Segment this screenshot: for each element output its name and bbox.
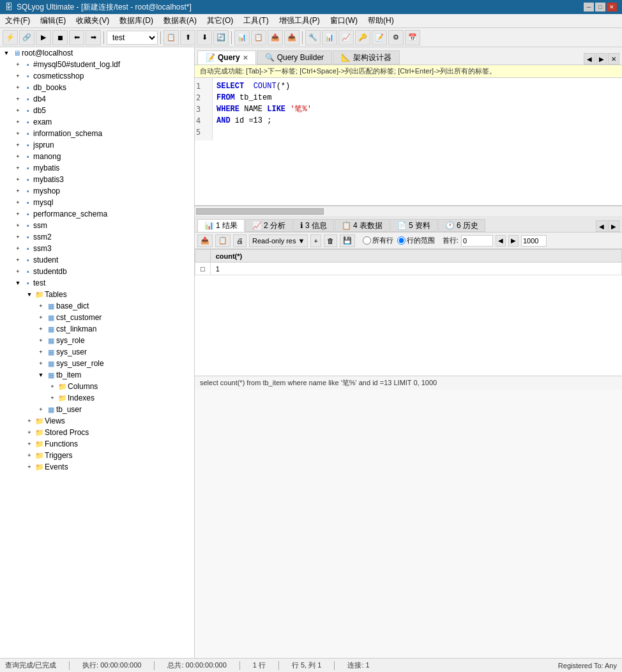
toolbar-btn-2[interactable]: 🔗 bbox=[19, 30, 34, 45]
toolbar-btn-11[interactable]: 📊 bbox=[234, 30, 250, 45]
tab-schema-designer[interactable]: 📐 架构设计器 bbox=[333, 50, 400, 65]
tree-db-ssm[interactable]: + ▪ ssm bbox=[11, 220, 194, 231]
toggle-student[interactable]: + bbox=[13, 255, 23, 265]
toolbar-btn-3[interactable]: ▶ bbox=[36, 30, 51, 45]
tree-table-sys-user[interactable]: + ▦ sys_user bbox=[34, 346, 194, 358]
toggle-test[interactable]: ▼ bbox=[13, 278, 23, 288]
toggle-mybatis[interactable]: + bbox=[13, 163, 23, 173]
toolbar-btn-17[interactable]: 📈 bbox=[338, 30, 354, 45]
toggle-db5[interactable]: + bbox=[13, 105, 23, 116]
toggle-studentdb[interactable]: + bbox=[13, 266, 23, 277]
toggle-events[interactable]: + bbox=[24, 462, 34, 472]
toggle-db-books[interactable]: + bbox=[13, 82, 23, 93]
toolbar-btn-4[interactable]: ⏹ bbox=[52, 30, 68, 45]
tree-db-ssm3[interactable]: + ▪ ssm3 bbox=[11, 243, 194, 254]
toolbar-btn-18[interactable]: 🔑 bbox=[355, 30, 370, 45]
tree-db-db4[interactable]: + ▪ db4 bbox=[11, 93, 194, 105]
toggle-functions[interactable]: + bbox=[24, 439, 34, 449]
minimize-button[interactable]: ─ bbox=[584, 3, 594, 11]
tree-db-test[interactable]: ▼ ▪ test bbox=[11, 277, 194, 289]
toggle-ssm[interactable]: + bbox=[13, 220, 23, 231]
result-readonly-btn[interactable]: Read-only res ▼ bbox=[249, 234, 308, 247]
tree-table-tb-user[interactable]: + ▦ tb_user bbox=[34, 404, 194, 415]
result-add-btn[interactable]: + bbox=[310, 234, 321, 247]
toolbar-btn-21[interactable]: 📅 bbox=[405, 30, 420, 45]
toggle-sys-role[interactable]: + bbox=[36, 335, 46, 346]
toggle-views[interactable]: + bbox=[24, 416, 34, 426]
toolbar-btn-20[interactable]: ⚙ bbox=[388, 30, 404, 45]
tree-triggers-folder[interactable]: + 📁 Triggers bbox=[23, 450, 194, 461]
tree-views-folder[interactable]: + 📁 Views bbox=[23, 415, 194, 427]
tab-result-2[interactable]: 📈 2 分析 bbox=[245, 219, 292, 232]
tab-result-1[interactable]: 📊 1 结果 bbox=[197, 219, 245, 232]
menu-window[interactable]: 窗口(W) bbox=[325, 14, 363, 27]
close-button[interactable]: ✕ bbox=[607, 3, 617, 11]
editor-hscrollbar[interactable] bbox=[195, 206, 622, 216]
tree-table-sys-role[interactable]: + ▦ sys_role bbox=[34, 335, 194, 346]
tree-db-myshop[interactable]: + ▪ myshop bbox=[11, 185, 194, 197]
radio-range-rows[interactable]: 行的范围 bbox=[397, 236, 435, 245]
tree-indexes-folder[interactable]: + 📁 Indexes bbox=[46, 392, 194, 404]
result-copy-btn[interactable]: 📋 bbox=[215, 234, 231, 247]
result-export-btn[interactable]: 📤 bbox=[197, 234, 213, 247]
tree-db-ssm2[interactable]: + ▪ ssm2 bbox=[11, 231, 194, 243]
toolbar-btn-1[interactable]: ⚡ bbox=[3, 30, 18, 45]
toolbar-btn-10[interactable]: 🔄 bbox=[213, 30, 229, 45]
hscrollbar-thumb[interactable] bbox=[196, 208, 324, 215]
toggle-exam[interactable]: + bbox=[13, 117, 23, 127]
menu-favorites[interactable]: 收藏夹(V) bbox=[71, 14, 114, 27]
toggle-tables[interactable]: ▼ bbox=[24, 289, 34, 300]
tree-table-cst-customer[interactable]: + ▦ cst_customer bbox=[34, 312, 194, 323]
result-save-btn[interactable]: 💾 bbox=[340, 234, 355, 247]
toggle-jsprun[interactable]: + bbox=[13, 140, 23, 150]
tab-query-close[interactable]: ✕ bbox=[243, 54, 248, 61]
tree-db-mybatis[interactable]: + ▪ mybatis bbox=[11, 162, 194, 174]
tree-db-student[interactable]: + ▪ student bbox=[11, 254, 194, 266]
radio-all-rows[interactable]: 所有行 bbox=[363, 236, 393, 245]
menu-advanced[interactable]: 增强工具(P) bbox=[274, 14, 325, 27]
tree-db-studentdb[interactable]: + ▪ studentdb bbox=[11, 266, 194, 277]
tree-db-mysql[interactable]: + ▪ mysql bbox=[11, 197, 194, 208]
tree-db-db-books[interactable]: + ▪ db_books bbox=[11, 82, 194, 93]
radio-all-input[interactable] bbox=[363, 236, 371, 245]
tab-query[interactable]: 📝 Query ✕ bbox=[197, 50, 256, 65]
result-delete-btn[interactable]: 🗑 bbox=[324, 234, 337, 247]
tree-stored-procs-folder[interactable]: + 📁 Stored Procs bbox=[23, 427, 194, 438]
tree-table-tb-item[interactable]: ▼ ▦ tb_item bbox=[34, 369, 194, 381]
tab-result-3[interactable]: ℹ 3 信息 bbox=[293, 219, 334, 232]
toolbar-btn-8[interactable]: ⬆ bbox=[180, 30, 195, 45]
toggle-performance-schema[interactable]: + bbox=[13, 209, 23, 219]
toolbar-btn-19[interactable]: 📝 bbox=[372, 30, 387, 45]
tree-db-cosmeticsshop[interactable]: + ▪ cosmeticsshop bbox=[11, 70, 194, 82]
result-print-btn[interactable]: 🖨 bbox=[233, 234, 247, 247]
tree-table-sys-user-role[interactable]: + ▦ sys_user_role bbox=[34, 358, 194, 369]
toolbar-btn-7[interactable]: 📋 bbox=[163, 30, 179, 45]
tree-tables-folder[interactable]: ▼ 📁 Tables bbox=[23, 289, 194, 300]
toggle-mybatis3[interactable]: + bbox=[13, 174, 23, 185]
toggle-manong[interactable]: + bbox=[13, 151, 23, 162]
tree-root[interactable]: ▼ 🖥 root@localhost bbox=[0, 47, 194, 59]
toggle-sys-user[interactable]: + bbox=[36, 347, 46, 357]
toggle-mysql[interactable]: + bbox=[13, 197, 23, 208]
tree-db-mysql50[interactable]: + ▪ #mysql50#student_log.ldf bbox=[11, 59, 194, 70]
toggle-mysql50[interactable]: + bbox=[13, 59, 23, 70]
toolbar-btn-9[interactable]: ⬇ bbox=[197, 30, 212, 45]
tree-db-db5[interactable]: + ▪ db5 bbox=[11, 105, 194, 116]
first-row-input[interactable] bbox=[461, 235, 493, 247]
menu-other[interactable]: 其它(O) bbox=[202, 14, 238, 27]
tab-query-builder[interactable]: 🔍 Query Builder bbox=[257, 50, 332, 65]
toggle-base-dict[interactable]: + bbox=[36, 301, 46, 311]
menu-database[interactable]: 数据库(D) bbox=[114, 14, 158, 27]
toggle-cosmeticsshop[interactable]: + bbox=[13, 71, 23, 81]
toolbar-btn-16[interactable]: 📊 bbox=[322, 30, 337, 45]
toggle-information-schema[interactable]: + bbox=[13, 128, 23, 139]
max-rows-input[interactable] bbox=[521, 235, 547, 247]
toggle-tb-user[interactable]: + bbox=[36, 404, 46, 415]
result-panel-left[interactable]: ◀ bbox=[596, 220, 607, 232]
row-checkbox[interactable]: □ bbox=[195, 263, 211, 275]
panel-left-btn[interactable]: ◀ bbox=[584, 53, 595, 65]
tree-db-performance-schema[interactable]: + ▪ performance_schema bbox=[11, 208, 194, 220]
prev-btn[interactable]: ◀ bbox=[496, 235, 506, 247]
next-btn[interactable]: ▶ bbox=[508, 235, 519, 247]
toolbar-btn-6[interactable]: ➡ bbox=[86, 30, 101, 45]
